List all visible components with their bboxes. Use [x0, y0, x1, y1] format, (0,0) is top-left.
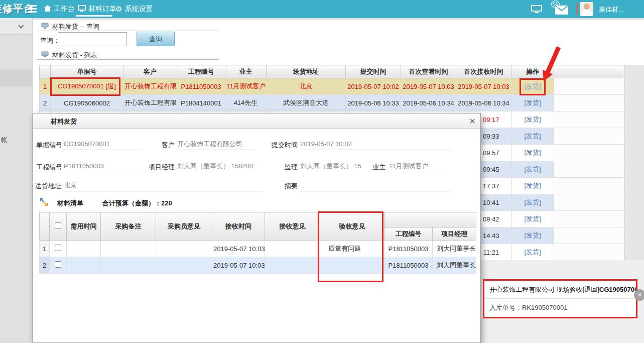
col-accept-opinion: 验收意见	[320, 212, 384, 241]
ship-action-link[interactable]: [发货]	[524, 182, 541, 189]
ship-action-link[interactable]: [发货]	[524, 248, 541, 256]
order-no-cell: CG1905070001 [退]	[51, 78, 123, 95]
chevron-down-icon[interactable]	[18, 23, 24, 28]
action-cell: [发货]	[511, 227, 554, 244]
nav-workbench[interactable]: 工作台	[44, 0, 75, 18]
notification-body: 入库单号：RK1905070001	[484, 299, 636, 312]
customer-cell: 开心装饰工程有限	[123, 78, 177, 95]
nav-workbench-label: 工作台	[54, 5, 75, 14]
scrollbar-strip[interactable]	[624, 65, 644, 260]
table-row[interactable]: 1CG1905070001 [退]开心装饰工程有限P181105000311月测…	[40, 78, 640, 95]
ship-action-link[interactable]: [发货]	[524, 165, 541, 173]
order-no-label: 单据编号	[36, 141, 61, 150]
expand-arrows-icon[interactable]	[40, 198, 48, 208]
col-project-no: 工程编号	[384, 227, 433, 241]
summary-label: 摘要	[265, 182, 298, 191]
mail-count-badge: 56	[551, 1, 560, 8]
navbar-divider	[576, 4, 578, 15]
project-no-value: P1811050003	[64, 162, 141, 172]
col-need-time: 需用时间	[67, 212, 101, 241]
action-cell: [发货]	[511, 128, 554, 145]
owner-cell: 11月测试客户	[225, 78, 267, 95]
select-all-checkbox[interactable]	[55, 222, 61, 229]
row-number: 1	[40, 78, 51, 95]
customer-value: 开心装饰工程有限公司	[177, 140, 254, 150]
row-checkbox[interactable]	[55, 245, 61, 251]
detail-row[interactable]: 12019-05-07 10:03质量有问题P1811050003刘大同董事长	[40, 241, 476, 257]
close-icon[interactable]: ×	[469, 115, 475, 128]
action-cell: [发货]	[511, 78, 554, 95]
ship-action-link[interactable]: [发货]	[524, 149, 541, 156]
sidebar-selected-item[interactable]	[0, 69, 32, 86]
project-no-cell: P1811050003	[384, 241, 433, 257]
col-first-view-time: 首次查看时间	[401, 65, 456, 78]
accept-opinion-cell: 质量有问题	[320, 241, 384, 257]
desktop-monitor-icon[interactable]	[531, 5, 542, 15]
ship-action-link[interactable]: [发货]	[524, 82, 541, 90]
action-cell: [发货]	[511, 95, 554, 111]
submit-time-cell: 2019-05-07 10:02	[346, 78, 401, 95]
ship-action-link[interactable]: [发货]	[524, 198, 541, 206]
supervisor-label: 监理	[265, 163, 298, 172]
row-checkbox[interactable]	[55, 261, 61, 268]
address-label: 送货地址	[33, 182, 61, 191]
table-row[interactable]: 2CG1905060002开心装饰工程有限P1804140001414先生武侯区…	[40, 95, 640, 111]
col-purchaser-opinion: 采购员意见	[156, 212, 212, 241]
need-time-cell	[67, 257, 101, 274]
col-receive-opinion: 接收意见	[265, 212, 320, 241]
need-time-cell	[67, 241, 101, 257]
col-submit-time: 提交时间	[346, 65, 401, 78]
user-avatar[interactable]	[580, 2, 593, 16]
submit-time-value: 2019-05-07 10:02	[300, 140, 451, 150]
table-header-row: 单据号 客户 工程编号 业主 送货地址 提交时间 首次查看时间 首次接收时间 操…	[40, 65, 640, 78]
col-customer: 客户	[123, 65, 177, 78]
row-number-header	[40, 65, 51, 78]
row-number: 2	[40, 257, 50, 274]
ship-action-link[interactable]: [发货]	[524, 132, 541, 140]
ship-action-link[interactable]: [发货]	[524, 99, 541, 106]
row-number: 2	[40, 95, 51, 111]
owner-label: 业主	[358, 163, 385, 172]
ship-action-link[interactable]: [发货]	[524, 116, 541, 123]
purchase-note-cell	[101, 257, 156, 274]
divider	[37, 31, 219, 31]
project-no-cell: P1811050003	[384, 257, 433, 274]
row-number: 1	[40, 241, 50, 257]
list-section-title: 材料发货 - 列表	[52, 51, 97, 60]
first-view-time-cell: 2019-05-07 10:03	[401, 78, 456, 95]
project-no-label: 工程编号	[36, 163, 61, 172]
dialog-header[interactable]: 材料发货 ×	[33, 113, 480, 129]
action-cell: [发货]	[511, 145, 554, 161]
project-manager-label: 项目经理	[142, 163, 175, 172]
user-name[interactable]: 美佳材...	[599, 5, 624, 14]
content-top-strip	[33, 18, 644, 20]
close-icon[interactable]: ×	[634, 289, 644, 301]
hamburger-menu-icon[interactable]	[28, 5, 37, 13]
sidebar-collapse-area[interactable]	[0, 18, 32, 35]
toast-notification[interactable]: 开心装饰工程有限公司 现场验收[退回]CG1905070001 入库单号：RK1…	[483, 279, 637, 318]
left-sidebar: 帐	[0, 18, 33, 343]
material-ship-dialog: 材料发货 × 单据编号 CG1905070001 客户 开心装饰工程有限公司 提…	[33, 113, 481, 343]
ship-action-link[interactable]: [发货]	[524, 215, 541, 222]
first-view-time-cell: 2019-05-06 10:34	[401, 95, 456, 111]
divider	[37, 59, 219, 60]
action-cell: [发货]	[511, 211, 554, 227]
project-manager-value: 刘大同（董事长） 1582001	[177, 162, 254, 172]
col-project-no: 工程编号	[177, 65, 225, 78]
query-input[interactable]	[58, 32, 127, 46]
search-button[interactable]: 查询	[137, 32, 175, 46]
ship-action-link[interactable]: [发货]	[524, 232, 541, 239]
query-field-label: 查询：	[40, 36, 60, 45]
sidebar-item-partial[interactable]: 帐	[1, 136, 8, 145]
action-cell: [发货]	[511, 178, 554, 194]
supervisor-value: 刘大同（董事长） 158	[300, 162, 361, 172]
order-no-value: CG1905070001	[64, 140, 141, 150]
summary-value	[300, 181, 451, 191]
col-purchase-note: 采购备注	[101, 212, 156, 241]
customer-label: 客户	[142, 141, 175, 150]
receive-time-cell: 2019-05-07 10:03	[212, 257, 265, 274]
home-icon	[44, 5, 51, 13]
submit-time-label: 提交时间	[265, 141, 298, 150]
nav-system-settings[interactable]: ⚙ 系统设置	[115, 0, 153, 18]
detail-row[interactable]: 22019-05-07 10:03P1811050003刘大同董事长	[40, 257, 476, 274]
